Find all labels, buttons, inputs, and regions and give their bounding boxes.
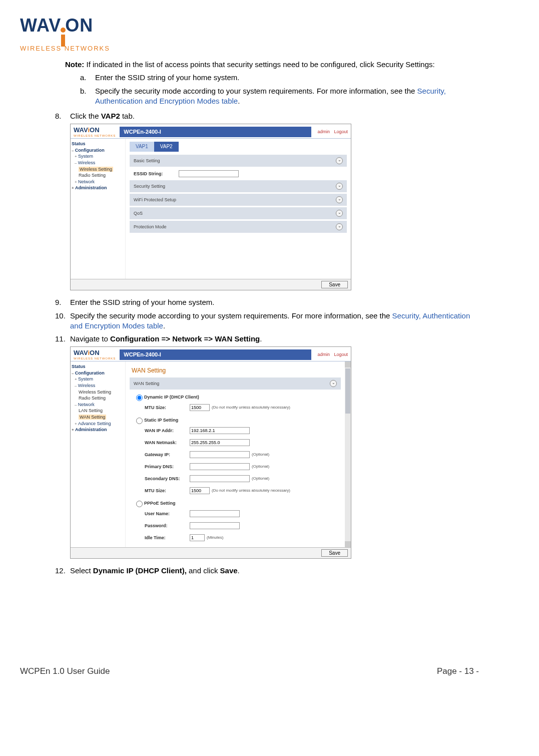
chevron-down-icon: ⌄ <box>330 380 337 387</box>
side-configuration[interactable]: Configuration <box>72 147 124 154</box>
primary-dns-input[interactable] <box>190 463 250 470</box>
side-network[interactable]: Network <box>75 402 124 408</box>
side-radio-setting[interactable]: Radio Setting <box>79 395 124 402</box>
brand-logo: WAV ON WIRELESS NETWORKS <box>20 15 479 52</box>
ui-sidebar: Status Configuration System Wireless Wir… <box>71 139 126 279</box>
logo-i-icon <box>61 28 66 47</box>
logo-text-right: ON <box>65 15 93 36</box>
side-system[interactable]: System <box>75 376 124 383</box>
optional-hint: (Optional) <box>252 452 269 458</box>
chevron-down-icon: ⌄ <box>336 223 343 230</box>
page-footer: WCPEn 1.0 User Guide Page - 13 - <box>20 666 479 676</box>
panel-basic-setting[interactable]: Basic Setting⌄ <box>130 155 347 167</box>
ui-logo: WAViON WIRELESS NETWORKS <box>74 126 116 138</box>
chevron-down-icon: ⌄ <box>336 157 343 164</box>
step-num: 11. <box>55 334 70 563</box>
chevron-down-icon: ⌄ <box>336 196 343 203</box>
ui-logout-link[interactable]: Logout <box>334 129 348 134</box>
step-num: 12. <box>55 566 70 576</box>
note-text: If indicated in the list of access point… <box>84 60 434 69</box>
side-administration[interactable]: Administration <box>72 427 124 433</box>
essid-input[interactable] <box>179 170 239 177</box>
tab-vap2[interactable]: VAP2 <box>154 142 179 152</box>
step-8-text: Click the VAP2 tab. <box>70 111 479 121</box>
side-status[interactable]: Status <box>72 141 124 147</box>
ui-product-title: WCPEn-2400-I <box>120 349 311 360</box>
save-button[interactable]: Save <box>321 549 348 557</box>
side-network[interactable]: Network <box>75 179 124 185</box>
side-wireless-setting[interactable]: Wireless Setting <box>79 389 124 396</box>
note-item-a: Enter the SSID string of your home syste… <box>95 73 239 83</box>
ui-sidebar: Status Configuration System Wireless Wir… <box>71 361 126 547</box>
side-wireless[interactable]: Wireless <box>75 160 124 166</box>
save-button[interactable]: Save <box>321 281 348 288</box>
idle-time-label: Idle Time: <box>145 535 190 541</box>
step-list: 8. Click the VAP2 tab. WAViON WIRELESS N… <box>55 111 479 576</box>
panel-protection-mode[interactable]: Protection Mode⌄ <box>130 221 347 233</box>
scrollbar[interactable] <box>345 361 351 547</box>
vap2-screenshot: WAViON WIRELESS NETWORKS WCPEn-2400-I ad… <box>70 124 351 290</box>
secondary-dns-label: Secondary DNS: <box>145 476 190 482</box>
side-wireless[interactable]: Wireless <box>75 383 124 389</box>
wan-ip-label: WAN IP Addr: <box>145 428 190 434</box>
idle-unit: (Minutes) <box>207 535 223 541</box>
side-wan-setting[interactable]: WAN Setting <box>79 415 106 420</box>
step-num: 10. <box>55 311 70 331</box>
dhcp-radio[interactable] <box>136 395 143 401</box>
ui-admin-link[interactable]: admin <box>317 129 330 134</box>
step-10-text: Specify the security mode according to y… <box>70 311 479 331</box>
gateway-input[interactable] <box>190 451 250 458</box>
side-wireless-setting[interactable]: Wireless Setting <box>79 167 113 172</box>
mtu-input-2[interactable] <box>190 487 210 494</box>
panel-qos[interactable]: QoS⌄ <box>130 207 347 219</box>
panel-security-setting[interactable]: Security Setting⌄ <box>130 180 347 192</box>
side-radio-setting[interactable]: Radio Setting <box>79 172 124 179</box>
mtu-hint-2: (Do not modify unless absolutely necessa… <box>212 488 290 494</box>
side-configuration[interactable]: Configuration <box>72 370 124 376</box>
step-num: 8. <box>55 111 70 294</box>
essid-label: ESSID String: <box>134 171 179 177</box>
pppoe-label: PPPoE Setting <box>144 500 176 506</box>
panel-wps[interactable]: WiFi Protected Setup⌄ <box>130 194 347 206</box>
optional-hint: (Optional) <box>252 464 269 470</box>
side-advance-setting[interactable]: Advance Setting <box>75 421 124 427</box>
step-num: 9. <box>55 297 70 307</box>
static-ip-radio[interactable] <box>136 418 143 424</box>
mtu-label: MTU Size: <box>145 405 190 411</box>
note-label: Note: <box>65 60 84 69</box>
ui-logo: WAViON WIRELESS NETWORKS <box>74 348 116 360</box>
mtu-label-2: MTU Size: <box>145 488 190 494</box>
side-status[interactable]: Status <box>72 363 124 370</box>
ui-logout-link[interactable]: Logout <box>334 352 348 357</box>
side-system[interactable]: System <box>75 153 124 160</box>
step-11-text: Navigate to Configuration => Network => … <box>70 334 479 344</box>
logo-text-left: WAV <box>20 15 61 36</box>
footer-page-number: Page - 13 - <box>437 666 479 676</box>
username-input[interactable] <box>190 510 240 517</box>
pppoe-radio[interactable] <box>136 501 143 507</box>
note-item-b: Specify the security mode according to y… <box>95 86 474 107</box>
password-input[interactable] <box>190 522 240 529</box>
wan-netmask-input[interactable] <box>190 439 250 446</box>
gateway-label: Gateway IP: <box>145 452 190 458</box>
chevron-down-icon: ⌄ <box>336 210 343 217</box>
side-lan-setting[interactable]: LAN Setting <box>79 408 124 414</box>
wan-ip-input[interactable] <box>190 427 250 434</box>
idle-time-input[interactable] <box>190 534 205 541</box>
dhcp-label: Dynamic IP (DHCP Client) <box>144 394 199 400</box>
primary-dns-label: Primary DNS: <box>145 464 190 470</box>
secondary-dns-input[interactable] <box>190 475 250 482</box>
ui-admin-link[interactable]: admin <box>317 352 330 357</box>
panel-wan-setting[interactable]: WAN Setting⌄ <box>130 377 341 390</box>
optional-hint: (Optional) <box>252 476 269 482</box>
mtu-hint: (Do not modify unless absolutely necessa… <box>212 405 290 411</box>
wan-netmask-label: WAN Netmask: <box>145 440 190 446</box>
mtu-input[interactable] <box>190 404 210 411</box>
side-administration[interactable]: Administration <box>72 185 124 191</box>
wan-setting-title: WAN Setting <box>130 364 341 377</box>
step-9-text: Enter the SSID string of your home syste… <box>70 297 479 307</box>
wan-setting-screenshot: WAViON WIRELESS NETWORKS WCPEn-2400-I ad… <box>70 346 351 559</box>
footer-doc-title: WCPEn 1.0 User Guide <box>20 666 110 676</box>
tab-vap1[interactable]: VAP1 <box>130 142 154 152</box>
chevron-down-icon: ⌄ <box>336 183 343 190</box>
